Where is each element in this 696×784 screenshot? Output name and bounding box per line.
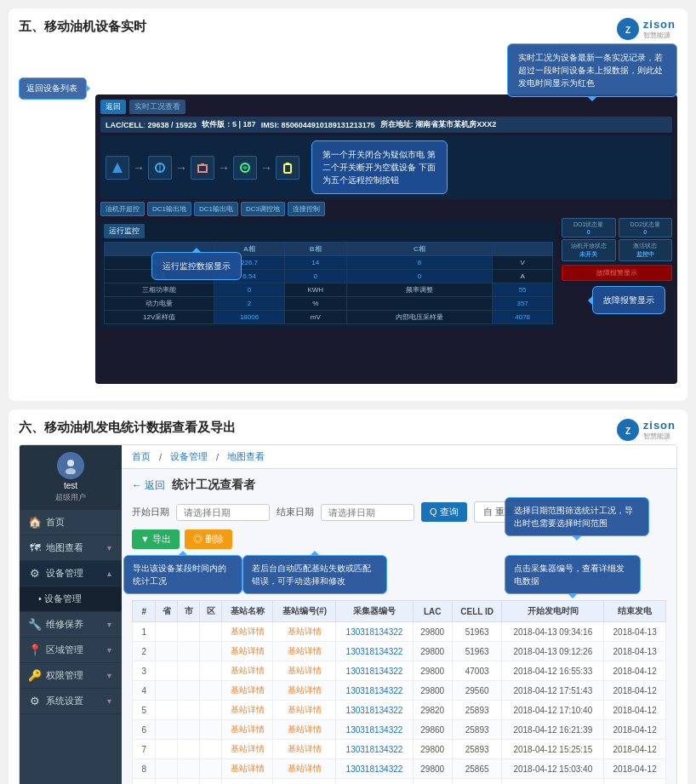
- fault-alarm-btn[interactable]: 故障报警显示: [562, 265, 672, 281]
- diag-arrow-2: →: [175, 161, 187, 175]
- cell-1-2: [178, 642, 200, 661]
- cell-7-1: [156, 759, 178, 779]
- sidebar-item-region[interactable]: 📍 区域管理 ▼: [20, 638, 122, 663]
- switch-btn-2[interactable]: DC1输出地: [147, 202, 191, 216]
- row2-unit: A: [493, 270, 553, 283]
- cell-2-3: [200, 661, 222, 681]
- table-row: 4基站详情基站详情13031813432229800295602018-04-1…: [133, 681, 666, 701]
- cell-0-4: 基站详情: [222, 622, 273, 642]
- app-main: 首页 / 设备管理 / 地图查看 ← 返回 统计工况查看者 选择日期范围筛选统计…: [122, 445, 676, 784]
- cell-7-6[interactable]: 130318134322: [336, 759, 413, 779]
- auto-match-callout: 若后台自动匹配基站失败或匹配错误，可手动选择和修改: [242, 555, 387, 594]
- sidebar-item-settings[interactable]: ⚙ 系统设置 ▼: [20, 689, 122, 714]
- th-start-time: 开始发电时间: [502, 601, 604, 622]
- cell-6-0: 7: [133, 740, 156, 759]
- cell-5-2: [178, 720, 200, 740]
- sidebar-item-map[interactable]: 🗺 地图查看 ▼: [20, 535, 122, 561]
- row2-c: 0: [346, 270, 493, 283]
- cell-8-6[interactable]: 130318134322: [336, 779, 413, 785]
- th-district: 区: [200, 601, 222, 622]
- sidebar-label-home: 首页: [46, 516, 65, 529]
- diag-box-2: [148, 156, 172, 180]
- cell-7-10: 2018-04-12: [604, 759, 666, 779]
- sidebar-item-maintenance[interactable]: 🔧 维修保养 ▼: [20, 612, 122, 638]
- ds-imsi: IMSI: 8506044910189131213175: [261, 121, 375, 129]
- tab-back[interactable]: 返回: [100, 100, 126, 114]
- row5-label: 12V采样值: [105, 311, 214, 324]
- th-collector-id: 采集器编号: [336, 601, 413, 622]
- cell-0-7: 29800: [413, 622, 452, 642]
- cell-3-6[interactable]: 130318134322: [336, 681, 413, 701]
- table-row: 12V采样值 18006 mV 内部电压采样量 4078: [105, 311, 553, 324]
- row3-label: 三相功率能: [105, 283, 214, 297]
- svg-rect-6: [201, 163, 204, 166]
- cell-5-6[interactable]: 130318134322: [336, 720, 413, 740]
- ds-status-row-1: DO1状态量0 DO2状态量0: [562, 218, 672, 237]
- switch-btn-1[interactable]: 油机开超控: [100, 202, 145, 216]
- topbar-map[interactable]: 地图查看: [227, 450, 265, 463]
- topbar-sep-2: /: [216, 452, 219, 462]
- filter-callout-wrapper: 选择日期范围筛选统计工况，导出时也需要选择时间范围 开始日期 结束日期 Q 查询…: [132, 501, 666, 523]
- sidebar-label-settings: 系统设置: [46, 695, 83, 707]
- row5-c-label: 内部电压采样量: [346, 311, 493, 324]
- page-title: 统计工况查看者: [172, 478, 255, 493]
- ds-location: 所在地址: 湖南省某市某机房XXX2: [380, 119, 497, 130]
- table-header-row: # 省 市 区 基站名称 基站编号(#) 采集器编号 LAC CELL ID 开…: [133, 601, 666, 622]
- table-row: 3基站详情基站详情13031813432229800470032018-04-1…: [133, 661, 666, 681]
- diagram-item-1: [106, 156, 129, 180]
- cell-1-1: [156, 642, 178, 661]
- tab-realtime[interactable]: 实时工况查看: [129, 100, 185, 114]
- cell-8-2: [178, 779, 200, 785]
- logo-sub-2: 智慧能源: [643, 432, 676, 441]
- sidebar-user: test 超级用户: [20, 445, 122, 510]
- data-table: # 省 市 区 基站名称 基站编号(#) 采集器编号 LAC CELL ID 开…: [132, 600, 666, 784]
- topbar-home[interactable]: 首页: [132, 450, 151, 463]
- th-end-time: 结束发电: [604, 601, 666, 622]
- zison-logo-icon-2: Z: [616, 418, 640, 442]
- topbar-device-mgmt[interactable]: 设备管理: [170, 450, 208, 463]
- row4-c-label: [346, 297, 493, 311]
- cell-3-0: 4: [133, 681, 156, 701]
- run-monitor-callout: 运行监控数据显示: [151, 252, 242, 280]
- cell-0-5: 基站详情: [273, 622, 336, 642]
- cell-2-8: 47003: [452, 661, 502, 681]
- sidebar-item-device-mgmt[interactable]: • 设备管理: [20, 587, 122, 612]
- sidebar-item-device[interactable]: ⚙ 设备管理 ▲: [20, 561, 122, 587]
- sidebar-item-home[interactable]: 🏠 首页: [20, 510, 122, 535]
- row4-val: 357: [493, 297, 553, 311]
- cell-2-4: 基站详情: [222, 661, 273, 681]
- start-date-input[interactable]: [176, 504, 270, 521]
- ds-th-unit: [493, 243, 553, 256]
- cell-1-6[interactable]: 130318134322: [336, 642, 413, 661]
- cell-3-2: [178, 681, 200, 701]
- sidebar-item-permissions[interactable]: 🔑 权限管理 ▼: [20, 663, 122, 689]
- export-button[interactable]: ▼ 导出: [132, 529, 180, 549]
- map-icon: 🗺: [28, 541, 42, 554]
- cell-4-6[interactable]: 130318134322: [336, 701, 413, 720]
- cell-2-6[interactable]: 130318134322: [336, 661, 413, 681]
- cell-3-4: 基站详情: [222, 681, 273, 701]
- delete-button[interactable]: ◎ 删除: [185, 529, 232, 549]
- switch-btn-5[interactable]: 连接控制: [288, 202, 325, 216]
- sidebar-menu: 🏠 首页 🗺 地图查看 ▼ ⚙ 设备管理 ▲ • 设备管理 🔧: [20, 510, 122, 714]
- cell-0-2: [178, 622, 200, 642]
- th-province: 省: [156, 601, 178, 622]
- row4-b-unit: %: [284, 297, 346, 311]
- end-date-input[interactable]: [321, 504, 414, 521]
- back-link[interactable]: ← 返回: [132, 478, 165, 493]
- cell-6-10: 2018-04-12: [604, 740, 666, 759]
- cell-6-6[interactable]: 130318134322: [336, 740, 413, 759]
- cell-8-9: 2018-04-12 13:59:42: [502, 779, 604, 785]
- ds-status-row-2: 油机开放状态未开关 激活状态监控中: [562, 239, 672, 261]
- section1-title: 五、移动油机设备实时: [19, 19, 677, 35]
- switch-btn-4[interactable]: DC3调控地: [241, 202, 285, 216]
- search-button[interactable]: Q 查询: [421, 502, 467, 522]
- svg-rect-9: [286, 163, 289, 165]
- switch-btn-3[interactable]: DC1输出电: [194, 202, 238, 216]
- row3-b-label: KWH: [284, 283, 346, 297]
- diagram-item-3: [191, 156, 214, 180]
- cell-1-10: 2018-04-13: [604, 642, 666, 661]
- cell-0-6[interactable]: 130318134322: [336, 622, 413, 642]
- cell-5-3: [200, 720, 222, 740]
- ds-th-b: B相: [284, 243, 346, 256]
